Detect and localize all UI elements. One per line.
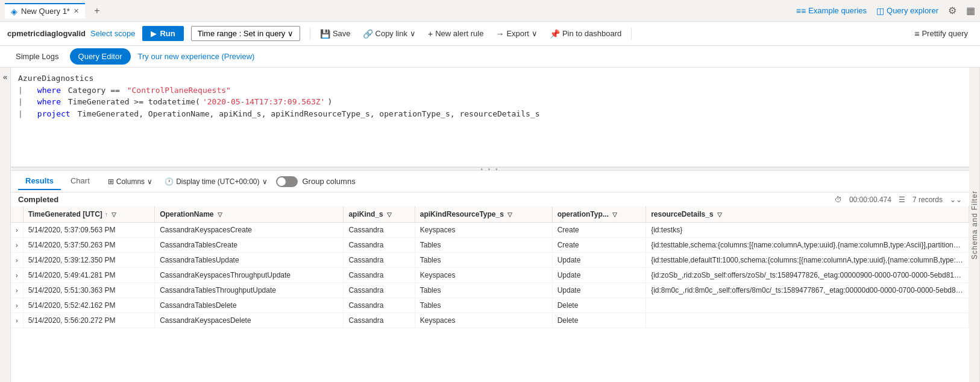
new-alert-button[interactable]: + New alert rule — [423, 27, 488, 41]
operation-cell-6: CassandraKeyspacesDelete — [155, 313, 344, 328]
resource-cell-5 — [646, 298, 969, 313]
preview-link[interactable]: Try our new experience (Preview) — [138, 52, 255, 61]
query-editor-tab[interactable]: Query Editor — [70, 48, 131, 65]
select-scope-link[interactable]: Select scope — [90, 29, 135, 38]
code-line-4: | project TimeGenerated, OperationName, … — [18, 108, 962, 120]
apikindresource-cell-6: Keyspaces — [415, 313, 552, 328]
table-header-row: TimeGenerated [UTC] ↑ ▽ OperationName ▽ — [11, 206, 969, 223]
chart-tab[interactable]: Chart — [63, 173, 97, 190]
results-tab[interactable]: Results — [18, 173, 61, 190]
apikindresource-cell-5: Tables — [415, 298, 552, 313]
optype-column-header[interactable]: operationTyp... ▽ — [552, 206, 646, 223]
expand-row-icon[interactable]: › — [16, 226, 18, 234]
copy-link-chevron-icon: ∨ — [410, 29, 416, 38]
expand-row-icon[interactable]: › — [16, 287, 18, 294]
prettify-button[interactable]: ≡ Prettify query — [909, 27, 973, 41]
optype-filter-icon[interactable]: ▽ — [612, 211, 617, 218]
code-editor[interactable]: AzureDiagnostics | where Category == "Co… — [11, 68, 969, 167]
optype-cell-6: Delete — [552, 313, 646, 328]
apikind-cell-1: Cassandra — [344, 238, 415, 253]
display-time-button[interactable]: 🕐 Display time (UTC+00:00) ∨ — [161, 176, 271, 187]
apikind-column-header[interactable]: apiKind_s ▽ — [344, 206, 415, 223]
toolbar-divider — [310, 28, 310, 40]
data-table: TimeGenerated [UTC] ↑ ▽ OperationName ▽ — [11, 206, 969, 328]
schema-and-filter-sidebar[interactable]: Schema and Filter — [969, 68, 980, 382]
time-cell-4: 5/14/2020, 5:51:30.363 PM — [23, 283, 155, 298]
time-range-button[interactable]: Time range : Set in query ∨ — [191, 26, 300, 41]
expand-row-icon[interactable]: › — [16, 302, 18, 309]
top-bar-right: ≡≡ Example queries ◫ Query explorer ⚙ ▦ — [796, 5, 975, 16]
optype-cell-0: Create — [552, 223, 646, 238]
apikind-cell-5: Cassandra — [344, 298, 415, 313]
scope-label: cpmetricdiaglogvalid — [7, 29, 86, 38]
resource-filter-icon[interactable]: ▽ — [717, 211, 722, 218]
time-cell-2: 5/14/2020, 5:39:12.350 PM — [23, 253, 155, 268]
resource-column-header[interactable]: resourceDetails_s ▽ — [646, 206, 969, 223]
operation-column-header[interactable]: OperationName ▽ — [155, 206, 344, 223]
time-cell-6: 5/14/2020, 5:56:20.272 PM — [23, 313, 155, 328]
columns-icon: ⊞ — [108, 177, 114, 186]
collapse-button[interactable]: « — [0, 68, 11, 382]
expand-cell-0[interactable]: › — [11, 223, 23, 238]
clock-icon: 🕐 — [165, 177, 174, 186]
query-explorer-icon: ◫ — [876, 6, 884, 16]
status-bar: Completed ⏱ 00:00:00.474 ☰ 7 records ⌄⌄ — [11, 193, 969, 206]
tab-new-query[interactable]: ◈ New Query 1* ✕ — [5, 3, 85, 19]
apikindresource-column-header[interactable]: apiKindResourceType_s ▽ — [415, 206, 552, 223]
expand-row-icon[interactable]: › — [16, 317, 18, 324]
group-columns-toggle[interactable] — [276, 176, 298, 187]
expand-cell-1[interactable]: › — [11, 238, 23, 253]
apikind-filter-icon[interactable]: ▽ — [387, 211, 392, 218]
results-toolbar-area: ⊞ Columns ∨ 🕐 Display time (UTC+00:00) ∨… — [104, 176, 356, 187]
collapse-rows-icon[interactable]: ⌄⌄ — [950, 196, 962, 204]
expand-cell-2[interactable]: › — [11, 253, 23, 268]
new-tab-button[interactable]: + — [90, 4, 104, 18]
optype-cell-3: Update — [552, 268, 646, 283]
simple-logs-tab[interactable]: Simple Logs — [7, 48, 68, 65]
pin-dashboard-button[interactable]: 📌 Pin to dashboard — [545, 27, 626, 41]
time-column-header[interactable]: TimeGenerated [UTC] ↑ ▽ — [23, 206, 155, 223]
time-cell-5: 5/14/2020, 5:52:42.162 PM — [23, 298, 155, 313]
time-filter-icon[interactable]: ▽ — [112, 211, 116, 218]
save-button[interactable]: 💾 Save — [315, 27, 356, 41]
table-row: › 5/14/2020, 5:52:42.162 PM CassandraTab… — [11, 298, 969, 313]
settings-button[interactable]: ⚙ — [948, 5, 956, 16]
save-icon: 💾 — [320, 29, 330, 39]
expand-row-icon[interactable]: › — [16, 256, 18, 264]
operation-cell-5: CassandraTablesDelete — [155, 298, 344, 313]
optype-cell-4: Update — [552, 283, 646, 298]
toggle-knob — [277, 177, 286, 186]
sort-asc-icon[interactable]: ↑ — [105, 211, 108, 218]
expand-row-icon[interactable]: › — [16, 272, 18, 279]
expand-column-header — [11, 206, 23, 223]
apikindresource-filter-icon[interactable]: ▽ — [507, 211, 512, 218]
operation-cell-0: CassandraKeyspacesCreate — [155, 223, 344, 238]
resource-cell-4: {id:8m0c_,rid:8m0c_,self:offers/8m0c/_ts… — [646, 283, 969, 298]
copy-link-button[interactable]: 🔗 Copy link ∨ — [358, 27, 421, 41]
columns-button[interactable]: ⊞ Columns ∨ — [104, 176, 156, 187]
time-cell-3: 5/14/2020, 5:49:41.281 PM — [23, 268, 155, 283]
time-chevron-icon: ∨ — [262, 177, 268, 186]
export-button[interactable]: → Export ∨ — [491, 27, 542, 41]
operation-cell-4: CassandraTablesThroughputUpdate — [155, 283, 344, 298]
expand-cell-4[interactable]: › — [11, 283, 23, 298]
tab-close-icon[interactable]: ✕ — [74, 7, 79, 15]
prettify-icon: ≡ — [914, 29, 919, 39]
columns-chevron-icon: ∨ — [147, 177, 152, 186]
results-tabs: Results Chart ⊞ Columns ∨ 🕐 Display time… — [11, 171, 969, 193]
expand-cell-6[interactable]: › — [11, 313, 23, 328]
run-button[interactable]: ▶ Run — [142, 26, 183, 41]
resource-cell-6 — [646, 313, 969, 328]
expand-row-icon[interactable]: › — [16, 241, 18, 249]
apikindresource-cell-4: Tables — [415, 283, 552, 298]
operation-cell-3: CassandraKeyspacesThroughputUpdate — [155, 268, 344, 283]
expand-cell-3[interactable]: › — [11, 268, 23, 283]
table-row: › 5/14/2020, 5:39:12.350 PM CassandraTab… — [11, 253, 969, 268]
example-queries-link[interactable]: ≡≡ Example queries — [796, 6, 867, 16]
expand-cell-5[interactable]: › — [11, 298, 23, 313]
layout-button[interactable]: ▦ — [966, 5, 975, 16]
timer-icon: ⏱ — [835, 196, 842, 204]
operation-filter-icon[interactable]: ▽ — [218, 211, 222, 218]
query-explorer-link[interactable]: ◫ Query explorer — [876, 6, 938, 16]
resource-cell-0: {id:testks} — [646, 223, 969, 238]
